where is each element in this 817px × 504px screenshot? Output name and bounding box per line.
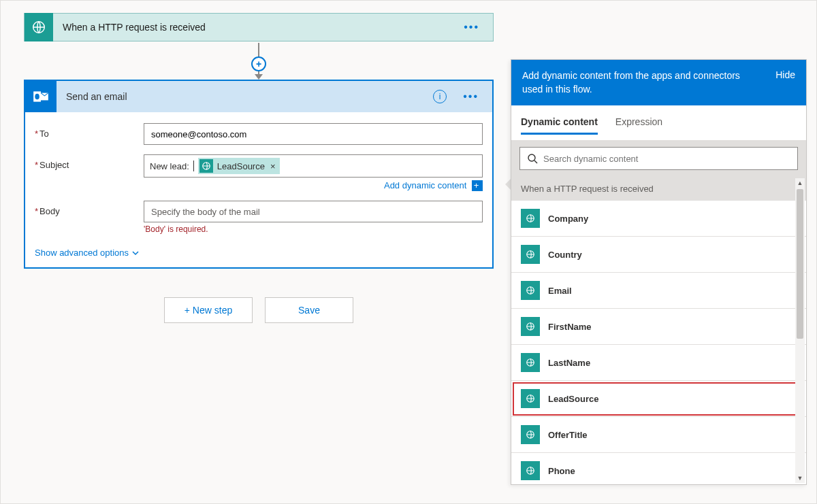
action-card-send-email: Send an email i ••• *To *Subject New le bbox=[24, 80, 494, 269]
http-item-icon bbox=[521, 317, 540, 336]
dynamic-item-company[interactable]: Company bbox=[511, 201, 806, 237]
dynamic-item-label: Company bbox=[548, 214, 588, 224]
dynamic-item-lastname[interactable]: LastName bbox=[511, 345, 806, 381]
save-button[interactable]: Save bbox=[265, 297, 353, 323]
text-cursor-icon bbox=[193, 161, 194, 171]
dynamic-content-header-text: Add dynamic content from the apps and co… bbox=[522, 69, 747, 96]
panel-scrollbar[interactable]: ▲ ▼ bbox=[795, 178, 805, 483]
http-trigger-icon bbox=[25, 13, 53, 41]
dynamic-item-label: LeadSource bbox=[548, 394, 598, 404]
http-item-icon bbox=[521, 353, 540, 372]
dynamic-item-email[interactable]: Email bbox=[511, 273, 806, 309]
dynamic-search-input[interactable] bbox=[543, 154, 790, 164]
dynamic-item-label: Country bbox=[548, 250, 582, 260]
http-item-icon bbox=[521, 245, 540, 264]
connector-arrow-icon bbox=[255, 74, 263, 80]
new-step-button[interactable]: + New step bbox=[164, 297, 253, 323]
body-label: *Body bbox=[35, 201, 144, 216]
action-header[interactable]: Send an email i ••• bbox=[25, 81, 492, 112]
flow-designer-canvas: When a HTTP request is received ••• + Se… bbox=[0, 0, 817, 504]
trigger-card[interactable]: When a HTTP request is received ••• bbox=[24, 13, 494, 41]
dynamic-content-panel: Add dynamic content from the apps and co… bbox=[511, 59, 807, 485]
dynamic-item-label: LastName bbox=[548, 358, 590, 368]
add-dynamic-content-icon[interactable]: + bbox=[472, 180, 483, 191]
dynamic-item-label: OfferTitle bbox=[548, 430, 588, 440]
dynamic-content-tabs: Dynamic content Expression bbox=[511, 105, 806, 135]
outlook-icon bbox=[25, 81, 57, 112]
to-label: *To bbox=[35, 123, 144, 139]
dynamic-item-label: Email bbox=[548, 286, 572, 296]
dynamic-item-offertitle[interactable]: OfferTitle bbox=[511, 417, 806, 453]
dynamic-section-header: When a HTTP request is received bbox=[511, 177, 806, 201]
svg-point-4 bbox=[528, 154, 535, 161]
dynamic-search-box[interactable] bbox=[519, 147, 798, 170]
action-info-button[interactable]: i bbox=[433, 90, 447, 103]
leadsource-token[interactable]: LeadSource × bbox=[198, 158, 280, 174]
dynamic-item-label: Phone bbox=[548, 466, 575, 476]
hide-panel-button[interactable]: Hide bbox=[775, 69, 795, 80]
subject-row: *Subject New lead: LeadSource × bbox=[35, 154, 483, 191]
token-label: LeadSource bbox=[217, 161, 265, 171]
insert-step-button[interactable]: + bbox=[251, 56, 266, 71]
http-item-icon bbox=[521, 209, 540, 228]
token-http-icon bbox=[199, 159, 213, 173]
http-item-icon bbox=[521, 425, 540, 444]
chevron-down-icon bbox=[131, 249, 140, 257]
dynamic-content-header: Add dynamic content from the apps and co… bbox=[511, 60, 806, 105]
http-item-icon bbox=[521, 389, 540, 408]
dynamic-item-country[interactable]: Country bbox=[511, 237, 806, 273]
http-item-icon bbox=[521, 281, 540, 300]
dynamic-item-leadsource[interactable]: LeadSource bbox=[511, 381, 806, 417]
scroll-down-icon[interactable]: ▼ bbox=[795, 473, 805, 483]
trigger-title: When a HTTP request is received bbox=[53, 22, 206, 33]
dynamic-item-firstname[interactable]: FirstName bbox=[511, 309, 806, 345]
trigger-menu-button[interactable]: ••• bbox=[464, 21, 493, 33]
add-dynamic-content-link[interactable]: Add dynamic content bbox=[384, 180, 466, 190]
action-menu-button[interactable]: ••• bbox=[463, 90, 479, 103]
dynamic-item-label: FirstName bbox=[548, 322, 592, 332]
to-input[interactable] bbox=[144, 123, 483, 145]
tab-dynamic-content[interactable]: Dynamic content bbox=[521, 111, 598, 135]
action-title: Send an email bbox=[57, 91, 127, 102]
subject-input[interactable]: New lead: LeadSource × bbox=[144, 154, 483, 178]
body-row: *Body 'Body' is required. bbox=[35, 201, 483, 234]
http-item-icon bbox=[521, 461, 540, 480]
dynamic-item-phone[interactable]: Phone bbox=[511, 453, 806, 484]
show-advanced-options-link[interactable]: Show advanced options bbox=[35, 248, 140, 258]
token-remove-button[interactable]: × bbox=[269, 161, 276, 171]
body-input[interactable] bbox=[144, 201, 483, 222]
footer-buttons: + New step Save bbox=[24, 297, 494, 323]
dynamic-search-area bbox=[511, 140, 806, 177]
scroll-thumb[interactable] bbox=[797, 189, 803, 339]
tab-expression[interactable]: Expression bbox=[615, 111, 662, 135]
scroll-up-icon[interactable]: ▲ bbox=[795, 178, 805, 188]
subject-label: *Subject bbox=[35, 154, 144, 170]
search-icon bbox=[527, 153, 538, 164]
body-error-text: 'Body' is required. bbox=[144, 224, 483, 234]
to-row: *To bbox=[35, 123, 483, 145]
subject-text: New lead: bbox=[150, 161, 189, 171]
dynamic-content-list: When a HTTP request is received CompanyC… bbox=[511, 177, 806, 484]
